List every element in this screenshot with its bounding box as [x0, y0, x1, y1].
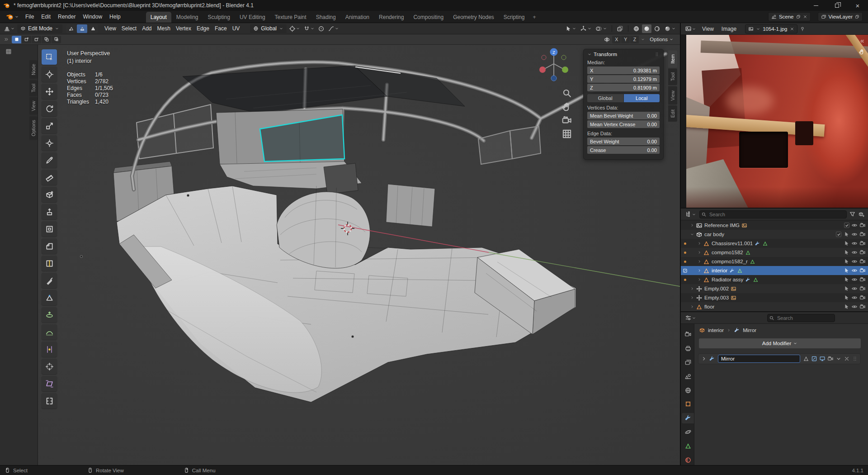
menu-image[interactable]: Image	[719, 24, 739, 33]
properties-tab-output[interactable]	[682, 343, 694, 354]
outliner-row-floor[interactable]: floor	[681, 302, 868, 311]
tool-smooth[interactable]	[42, 324, 57, 340]
orientation-selector[interactable]: Global	[250, 24, 287, 33]
tool-rip-region[interactable]	[42, 393, 57, 408]
overlays-dropdown[interactable]	[594, 24, 609, 33]
shading-rendered-button[interactable]	[663, 24, 677, 33]
exclude-checkbox[interactable]	[844, 223, 849, 228]
restore-button[interactable]	[826, 0, 847, 11]
viewport-menu-select[interactable]: Select	[119, 24, 139, 33]
tool-spin[interactable]	[42, 307, 57, 323]
xray-toggle[interactable]	[615, 24, 625, 33]
hide-eye-icon[interactable]	[851, 222, 858, 228]
image-editor-canvas[interactable]	[681, 35, 868, 208]
close-button[interactable]: ×	[847, 0, 868, 11]
tool-edge-slide[interactable]	[42, 342, 57, 357]
shading-wireframe-button[interactable]	[632, 24, 641, 33]
tool-shear[interactable]	[42, 376, 57, 391]
add-workspace-button[interactable]: +	[530, 12, 539, 23]
disable-render-camera-icon[interactable]	[859, 231, 866, 238]
minimize-button[interactable]	[806, 0, 826, 11]
search-input[interactable]	[699, 210, 847, 218]
unlink-image-icon[interactable]	[790, 27, 794, 31]
menu-edit[interactable]: Edit	[38, 12, 54, 22]
median-z-field[interactable]: Z 0.81909 m	[587, 84, 660, 91]
hide-eye-icon[interactable]	[851, 249, 858, 256]
properties-tab-scene[interactable]	[682, 371, 694, 381]
outliner-row-reference-img[interactable]: Reference IMG	[681, 221, 868, 230]
outliner-row-car-body[interactable]: car body	[681, 230, 868, 239]
tool-rotate[interactable]	[42, 101, 57, 116]
select-invert-button[interactable]	[42, 36, 51, 43]
menu-render[interactable]: Render	[54, 12, 79, 22]
median-x-field[interactable]: X 0.39381 m	[587, 66, 660, 74]
hide-eye-icon[interactable]	[851, 240, 858, 247]
tool-cursor[interactable]	[42, 66, 57, 82]
selectable-icon[interactable]	[843, 304, 849, 310]
scene-selector[interactable]: Scene	[768, 12, 811, 21]
new-collection-icon[interactable]	[858, 211, 865, 218]
disable-render-camera-icon[interactable]	[859, 258, 866, 265]
editor-type-button[interactable]	[3, 24, 16, 33]
outliner-row-compmo1582[interactable]: compmo1582	[681, 248, 868, 257]
expand-toggle[interactable]	[689, 295, 695, 300]
outliner-row-empty-003[interactable]: Empty.003	[681, 293, 868, 302]
disable-render-camera-icon[interactable]	[859, 285, 866, 292]
selectable-icon[interactable]	[843, 267, 849, 274]
viewport-menu-view[interactable]: View	[102, 24, 119, 33]
selectable-icon[interactable]	[843, 294, 849, 301]
expand-toggle[interactable]	[689, 223, 695, 228]
mirror-x-toggle[interactable]: X	[612, 36, 621, 43]
properties-tab-object[interactable]	[682, 399, 694, 409]
selectability-dropdown[interactable]	[563, 24, 578, 33]
add-modifier-button[interactable]: Add Modifier	[699, 338, 861, 348]
shading-material-button[interactable]	[652, 24, 662, 33]
left-tab-view[interactable]: View	[29, 97, 38, 115]
selectable-icon[interactable]	[843, 231, 849, 238]
navigation-gizmo[interactable]: Z	[535, 46, 573, 84]
crease-field[interactable]: Crease 0.00	[587, 146, 660, 154]
expand-toggle[interactable]	[696, 268, 703, 273]
workspace-tab-modeling[interactable]: Modeling	[172, 12, 203, 23]
gizmos-dropdown[interactable]	[579, 24, 593, 33]
pin-icon[interactable]	[800, 26, 805, 32]
select-set-button[interactable]	[12, 36, 21, 43]
disable-render-camera-icon[interactable]	[859, 304, 866, 310]
properties-tab-object-data[interactable]	[682, 441, 694, 451]
tool-move[interactable]	[42, 84, 57, 99]
disable-render-camera-icon[interactable]	[859, 267, 866, 274]
exclude-checkbox[interactable]	[836, 232, 841, 237]
outliner-row-radiator-assy[interactable]: Radiator assy	[681, 275, 868, 284]
workspace-tab-sculpting[interactable]: Sculpting	[203, 12, 235, 23]
outliner-row-interior[interactable]: interior	[681, 266, 868, 275]
sidebar-tab-tool[interactable]: Tool	[668, 68, 677, 85]
modifier-name-field[interactable]: Mirror	[718, 355, 800, 363]
breadcrumb-modifier[interactable]: Mirror	[743, 328, 756, 333]
collapse-panel-icon[interactable]	[587, 52, 592, 57]
hide-eye-icon[interactable]	[851, 304, 858, 310]
filter-icon[interactable]	[849, 211, 856, 218]
shading-solid-button[interactable]	[642, 24, 651, 33]
global-space-button[interactable]: Global	[587, 94, 623, 102]
left-tab-tool[interactable]: Tool	[29, 80, 38, 96]
local-space-button[interactable]: Local	[624, 94, 660, 102]
menu-window[interactable]: Window	[79, 12, 106, 22]
editor-type-button[interactable]	[684, 210, 697, 218]
options-dropdown[interactable]: Options	[647, 35, 676, 43]
new-scene-icon[interactable]	[796, 14, 801, 19]
expand-sidebar-icon[interactable]	[859, 38, 865, 44]
editor-grid-icon[interactable]	[5, 48, 12, 55]
tool-knife[interactable]	[42, 273, 57, 288]
outliner-row-compmo1582-r[interactable]: compmo1582_r	[681, 257, 868, 266]
mean-vertex-crease-field[interactable]: Mean Vertex Crease 0.00	[587, 120, 660, 128]
properties-tab-physics[interactable]	[682, 427, 694, 437]
drag-grip-icon[interactable]	[654, 52, 660, 57]
select-subtract-button[interactable]	[32, 36, 41, 43]
viewport-menu-add[interactable]: Add	[139, 24, 154, 33]
tool-loop-cut[interactable]	[42, 256, 57, 271]
viewlayer-selector[interactable]: ViewLayer	[818, 12, 863, 21]
workspace-tab-rendering[interactable]: Rendering	[374, 12, 408, 23]
disable-render-camera-icon[interactable]	[859, 222, 866, 228]
viewport-menu-edge[interactable]: Edge	[194, 24, 212, 33]
sidebar-tab-view[interactable]: View	[668, 86, 677, 105]
